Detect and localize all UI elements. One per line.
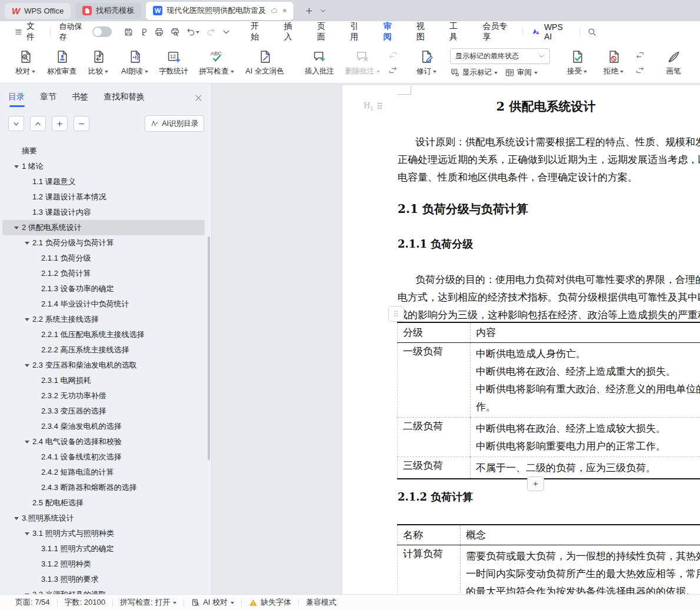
collapse-arrow-icon[interactable] xyxy=(25,532,29,538)
reject-button[interactable]: 拒绝 xyxy=(596,49,631,76)
undo-button[interactable] xyxy=(182,24,203,39)
track-changes-button[interactable]: 修订 xyxy=(409,49,444,76)
drag-handle-icon[interactable] xyxy=(378,103,382,110)
save-button[interactable] xyxy=(121,24,136,39)
print-preview-button[interactable] xyxy=(167,24,182,39)
word-count-indicator[interactable]: 字数: 20100 xyxy=(58,597,112,608)
tab-chapters[interactable]: 章节 xyxy=(40,92,56,107)
tab-toc[interactable]: 目录 xyxy=(8,92,25,107)
document-heading-3[interactable]: 2.1.1 负荷分级 xyxy=(398,237,473,251)
toc-item[interactable]: 3.1 照明方式与照明种类 xyxy=(2,526,205,541)
file-menu-button[interactable]: 文件 xyxy=(11,21,45,42)
toc-item[interactable]: 2.1.3 设备功率的确定 xyxy=(2,281,205,296)
toc-item[interactable]: 1.1 课题意义 xyxy=(2,174,205,189)
document-heading-1[interactable]: 2 供配电系统设计 xyxy=(398,98,694,115)
previous-change-button[interactable] xyxy=(634,49,646,61)
tab-list-dropdown[interactable] xyxy=(316,4,330,18)
ai-polish-button[interactable]: AI 全文润色 xyxy=(239,49,290,76)
toc-item[interactable]: 3.1.3 照明的要求 xyxy=(2,572,205,587)
toc-item[interactable]: 2.4 电气设备的选择和校验 xyxy=(2,434,205,449)
spell-check-status[interactable]: 拼写检查: 打开 xyxy=(113,597,184,608)
collapse-up-button[interactable] xyxy=(30,116,46,131)
collapse-arrow-icon[interactable] xyxy=(14,517,19,522)
delete-comment-button[interactable]: 删除批注 xyxy=(341,49,384,76)
spell-check-button[interactable]: ABC 拼写检查 xyxy=(195,49,238,76)
print-button[interactable] xyxy=(152,24,167,39)
toc-item[interactable]: 摘要 xyxy=(2,144,205,159)
toc-item[interactable]: 2.2.2 高压系统主接线选择 xyxy=(2,342,205,358)
search-button[interactable] xyxy=(585,24,600,39)
new-tab-button[interactable] xyxy=(302,4,316,18)
markup-state-select[interactable]: 显示标记的最终状态 xyxy=(450,48,550,64)
toc-item[interactable]: 2.3.2 无功功率补偿 xyxy=(2,388,205,404)
toc-item[interactable]: 2.3 变压器和柴油发电机的选取 xyxy=(2,358,205,373)
toc-item[interactable]: 1.2 课题设计基本情况 xyxy=(2,189,205,205)
previous-comment-button[interactable] xyxy=(386,49,399,61)
paragraph[interactable]: 设计原则：供配电系统设计需要根据工程的特点、性质、规模和发展正确处理远近期的关系… xyxy=(398,133,700,186)
ai-proofread-status[interactable]: AI 校对 xyxy=(184,597,241,608)
toc-item[interactable]: 2.4.2 短路电流的计算 xyxy=(2,465,205,480)
toc-item[interactable]: 3.1.2 照明种类 xyxy=(2,556,205,572)
toc-item[interactable]: 2.1.1 负荷分级 xyxy=(2,251,205,266)
toc-item[interactable]: 1 绪论 xyxy=(2,159,205,174)
toc-item[interactable]: 2.5 配电柜选择 xyxy=(2,495,205,511)
page-indicator[interactable]: 页面: 7/54 xyxy=(8,597,57,608)
expand-down-button[interactable] xyxy=(8,116,24,131)
compatibility-mode-indicator[interactable]: 兼容模式 xyxy=(299,597,344,608)
tab-find-replace[interactable]: 查找和替换 xyxy=(104,92,145,107)
sidebar-scrollbar[interactable] xyxy=(208,236,210,460)
collapse-arrow-icon[interactable] xyxy=(25,364,29,369)
zoom-in-level-button[interactable] xyxy=(52,116,68,131)
redo-button[interactable] xyxy=(203,24,218,39)
standard-review-button[interactable]: 标准审查 xyxy=(44,49,79,76)
next-change-button[interactable] xyxy=(634,64,646,76)
toc-item[interactable]: 2.4.3 断路器和熔断器的选择 xyxy=(2,480,205,495)
accept-button[interactable]: 接受 xyxy=(559,49,595,76)
zoom-out-level-button[interactable] xyxy=(74,116,89,131)
toc-item[interactable]: 2 供配电系统设计 xyxy=(2,220,205,235)
wps-home-tab[interactable]: W WPS Office xyxy=(5,3,71,19)
ai-recognize-toc-button[interactable]: AI识别目录 xyxy=(145,115,204,132)
show-markup-button[interactable]: 显示标记 xyxy=(450,68,498,78)
heading-level-marker[interactable]: H1 xyxy=(364,101,382,112)
collapse-ribbon-button[interactable] xyxy=(218,24,234,39)
toc-item[interactable]: 2.1.2 负荷计算 xyxy=(2,266,205,281)
wps-ai-button[interactable]: WPS AI xyxy=(528,22,575,41)
add-table-row-button[interactable]: + xyxy=(527,476,544,491)
tab-bookmarks[interactable]: 书签 xyxy=(72,92,88,107)
word-count-button[interactable]: 12 字数统计 xyxy=(154,49,194,76)
compare-button[interactable]: 比较 xyxy=(81,49,116,76)
toc-item[interactable]: 2.2 系统主接线选择 xyxy=(2,312,205,327)
close-sidebar-button[interactable] xyxy=(194,94,203,102)
collapse-arrow-icon[interactable] xyxy=(25,441,29,446)
collapse-arrow-icon[interactable] xyxy=(14,165,19,171)
toc-item[interactable]: 3.1.1 照明方式的确定 xyxy=(2,541,205,556)
document-table[interactable]: 分级内容一级负荷中断供电造成人身伤亡。中断供电将在政治、经济上造成重大的损失。中… xyxy=(397,322,700,479)
document-table[interactable]: 名称概念计算负荷需要负荷或最大负荷，为一假想的持续性负荷，其热效一时间内实际变动… xyxy=(397,524,700,594)
paragraph[interactable]: 负荷分级的目的：使用电力负荷对供电可靠性要求的界限，合理的电方式，达到相应的经济… xyxy=(398,271,700,324)
table-drag-handle[interactable] xyxy=(388,306,404,322)
toc-item[interactable]: 2.2.1 低压配电系统主接线选择 xyxy=(2,327,205,342)
toc-item[interactable]: 1.3 课题设计内容 xyxy=(2,205,205,220)
document-heading-2[interactable]: 2.1 负荷分级与负荷计算 xyxy=(398,201,528,217)
toc-item[interactable]: 2.3.4 柴油发电机的选择 xyxy=(2,419,205,434)
document-heading-3[interactable]: 2.1.2 负荷计算 xyxy=(398,490,473,504)
next-comment-button[interactable] xyxy=(386,64,399,76)
toc-item[interactable]: 3.2 光源和灯具的选取 xyxy=(2,587,205,594)
collapse-arrow-icon[interactable] xyxy=(25,318,29,324)
ai-read-button[interactable]: AI朗读 xyxy=(117,49,152,76)
reviewing-pane-button[interactable]: 审阅 xyxy=(505,68,538,78)
missing-font-warning[interactable]: 缺失字体 xyxy=(242,597,298,608)
template-tab[interactable]: 找稻壳模板 xyxy=(75,3,141,19)
toc-item[interactable]: 2.1 负荷分级与负荷计算 xyxy=(2,235,205,251)
proofread-button[interactable]: 校对 xyxy=(8,49,43,76)
insert-comment-button[interactable]: 插入批注 xyxy=(299,49,339,76)
collapse-arrow-icon[interactable] xyxy=(25,242,29,247)
export-pdf-button[interactable] xyxy=(136,24,152,39)
toc-item[interactable]: 3.照明系统设计 xyxy=(2,511,205,526)
toc-item[interactable]: 2.4.1 设备线缆初次选择 xyxy=(2,449,205,465)
toc-item[interactable]: 2.3.3 变压器的选择 xyxy=(2,404,205,419)
toc-item[interactable]: 2.3.1 电网损耗 xyxy=(2,373,205,388)
collapse-arrow-icon[interactable] xyxy=(14,226,19,232)
autosave-toggle[interactable] xyxy=(92,26,112,37)
